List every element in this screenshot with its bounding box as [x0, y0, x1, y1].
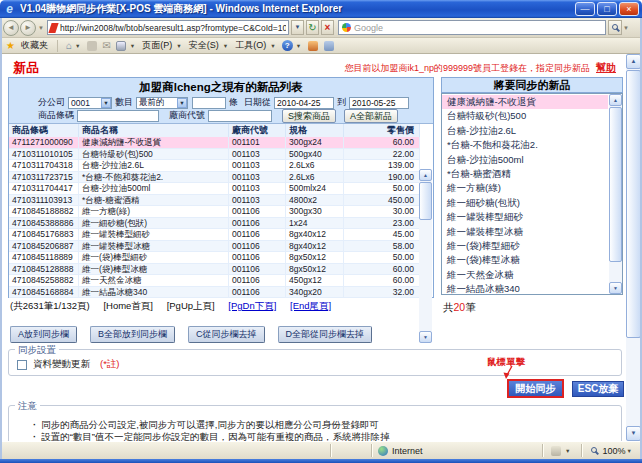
table-row[interactable]: 4710311723715 *台糖-不飽和葵花油2. 001103 2.6Lx6… [9, 172, 420, 184]
page-scrollbar[interactable]: ▲ ▼ [626, 54, 641, 441]
search-box[interactable]: Google [338, 20, 606, 35]
scroll-up-icon[interactable]: ▲ [626, 54, 641, 69]
mail-icon[interactable]: ✉ [102, 40, 110, 51]
scroll-up-icon[interactable]: ▲ [609, 94, 622, 106]
chevron-down-icon[interactable]: ▼ [177, 98, 187, 108]
pgup-page-button[interactable]: [PgUp上頁] [167, 300, 215, 311]
help-link[interactable]: 幫助 [596, 62, 616, 73]
table-row[interactable]: 4710845128888 維一(袋)棒型冰糖 001106 8gx50x12 … [9, 264, 420, 276]
table-scrollbar[interactable]: ▲ ▼ [419, 169, 432, 343]
protected-mode-dropdown-icon[interactable]: ▼ [565, 448, 570, 454]
table-row[interactable]: 4710845206887 維一罐裝棒型冰糖 001106 8gx40x12 5… [9, 241, 420, 253]
count-input[interactable] [192, 97, 226, 109]
favorites-star-icon[interactable]: ★ [6, 40, 15, 51]
sync-list-item[interactable]: 台糖-沙拉油500ml [442, 153, 608, 167]
forward-button[interactable]: ► [20, 20, 36, 36]
pgdn-page-link[interactable]: [PgDn下頁] [228, 300, 276, 311]
print-icon[interactable] [116, 41, 126, 51]
remove-all-from-sync-button[interactable]: D全部從同步欄去掉 [278, 326, 373, 343]
print-dropdown-icon[interactable]: ▼ [130, 43, 135, 49]
messenger-icon[interactable] [308, 41, 318, 51]
scroll-down-icon[interactable]: ▼ [626, 426, 641, 441]
branch-select[interactable]: 0001 ▼ [68, 97, 112, 109]
sync-list-item[interactable]: 健康減納鹽-不收退貨 [442, 95, 608, 109]
barcode-input[interactable] [77, 110, 159, 122]
table-row[interactable]: 4710845388886 維一細砂糖(包狀) 001106 1x24 23.0… [9, 218, 420, 230]
date-from-input[interactable] [274, 97, 334, 109]
scroll-down-icon[interactable]: ▼ [609, 282, 622, 294]
table-row[interactable]: 4710845118889 維一(袋)棒型細砂 001106 8gx50x12 … [9, 252, 420, 264]
sync-list-item[interactable]: 維一天然金冰糖 [442, 268, 608, 282]
table-row[interactable]: 4710845168884 維一結晶冰糖340 001106 340gx20 3… [9, 287, 420, 299]
sync-list-item[interactable]: 維一(袋)棒型冰糖 [442, 253, 608, 267]
search-go-button[interactable] [608, 20, 622, 35]
favorites-label[interactable]: 收藏夹 [21, 39, 48, 52]
maximize-button[interactable]: □ [597, 2, 617, 16]
scrollbar-thumb[interactable] [609, 107, 622, 262]
tools-menu[interactable]: 工具(O) [235, 39, 266, 52]
page-dropdown-icon[interactable]: ▼ [176, 43, 181, 49]
table-row[interactable]: 4711271000090 健康減納鹽-不收退貨 001101 300gx24 … [9, 137, 420, 149]
table-row[interactable]: 4710311704417 台糖-沙拉油500ml 001103 500mlx2… [9, 183, 420, 195]
sync-list-item[interactable]: 維一罐裝棒型細砂 [442, 210, 608, 224]
back-button[interactable]: ◄ [3, 20, 19, 36]
sync-list-item[interactable]: 維一方糖(綠) [442, 181, 608, 195]
start-sync-button[interactable]: 開始同步 [507, 379, 564, 398]
vendor-input[interactable] [208, 110, 272, 122]
feeds-icon[interactable] [87, 41, 97, 51]
sync-list-scrollbar[interactable]: ▲ ▼ [609, 94, 622, 294]
scroll-down-icon[interactable]: ▼ [419, 331, 432, 343]
col-vendor: 廠商代號 [229, 124, 286, 137]
table-row[interactable]: 4710845188882 維一方糖(綠) 001106 300gx30 30.… [9, 206, 420, 218]
home-dropdown-icon[interactable]: ▼ [75, 43, 80, 49]
date-to-input[interactable] [349, 97, 409, 109]
sync-list-item[interactable]: *台糖-不飽和葵花油2. [442, 138, 608, 152]
safety-dropdown-icon[interactable]: ▼ [223, 43, 228, 49]
chevron-down-icon[interactable]: ▼ [101, 98, 111, 108]
sync-list-item[interactable]: 維一細砂糖(包狀) [442, 196, 608, 210]
address-bar[interactable]: http://win2008/tw/btob/searesult1.asp?fr… [47, 20, 289, 35]
help-dropdown-icon[interactable]: ▼ [296, 43, 301, 49]
add-all-to-sync-button[interactable]: B全部放到同步欄 [90, 326, 175, 343]
table-header-row: 商品條碼 商品名稱 廠商代號 規格 零售價 [9, 124, 420, 137]
tools-dropdown-icon[interactable]: ▼ [270, 43, 275, 49]
help-icon[interactable]: ? [282, 40, 293, 51]
scrollbar-thumb[interactable] [626, 70, 641, 338]
sync-list-item[interactable]: 台糖-沙拉油2.6L [442, 124, 608, 138]
table-row[interactable]: 4710845258882 維一天然金冰糖 001106 450gx12 60.… [9, 275, 420, 287]
table-row[interactable]: 4710311704318 台糖-沙拉油2.6L 001103 2.6Lx6 1… [9, 160, 420, 172]
home-icon[interactable]: ⌂ [66, 40, 72, 51]
scroll-up-icon[interactable]: ▲ [419, 169, 432, 181]
search-products-button[interactable]: S搜索商品 [282, 109, 336, 123]
home-page-button[interactable]: [Home首頁] [103, 300, 153, 311]
sync-list-item[interactable]: *台糖-糖蜜酒精 [442, 167, 608, 181]
table-row[interactable]: 4710311010105 台糖特級砂(包)500 001103 500gx40… [9, 149, 420, 161]
page-menu[interactable]: 页面(P) [142, 39, 172, 52]
zoom-dropdown-icon[interactable]: ▼ [627, 448, 632, 454]
esc-cancel-button[interactable]: ESC放棄 [572, 381, 624, 397]
count-select[interactable]: 最前的 ▼ [136, 97, 188, 109]
sync-list-item[interactable]: 台糖特級砂(包)500 [442, 109, 608, 123]
end-page-link[interactable]: [End尾頁] [290, 300, 331, 311]
remove-from-sync-button[interactable]: C從同步欄去掉 [188, 326, 265, 343]
stop-button[interactable]: × [321, 20, 334, 35]
scrollbar-thumb[interactable] [419, 182, 432, 220]
all-new-products-button[interactable]: A全部新品 [344, 109, 398, 123]
sync-list-item[interactable]: 維一(袋)棒型細砂 [442, 239, 608, 253]
table-row[interactable]: 4710845176883 維一罐裝棒型細砂 001106 8gx40x12 4… [9, 229, 420, 241]
close-button[interactable]: × [619, 2, 639, 16]
address-dropdown-button[interactable]: ▼ [291, 20, 304, 35]
history-dropdown-icon[interactable]: ▼ [38, 25, 44, 31]
safety-menu[interactable]: 安全(S) [189, 39, 219, 52]
search-options-dropdown-icon[interactable]: ▼ [623, 25, 629, 31]
sync-list-item[interactable]: 維一結晶冰糖340 [442, 282, 608, 295]
table-row[interactable]: 4710311103913 *台糖-糖蜜酒精 001103 4800x2 450… [9, 195, 420, 207]
minimize-button[interactable]: — [575, 2, 595, 16]
zoom-level[interactable]: 100% [603, 446, 626, 456]
sync-list-item[interactable]: 維一罐裝棒型冰糖 [442, 225, 608, 239]
add-to-sync-button[interactable]: A放到同步欄 [10, 326, 77, 343]
protected-mode-icon[interactable] [551, 446, 561, 456]
refresh-button[interactable]: ↻ [306, 20, 319, 35]
extension-icon[interactable] [324, 41, 334, 51]
data-update-checkbox[interactable] [17, 360, 27, 370]
